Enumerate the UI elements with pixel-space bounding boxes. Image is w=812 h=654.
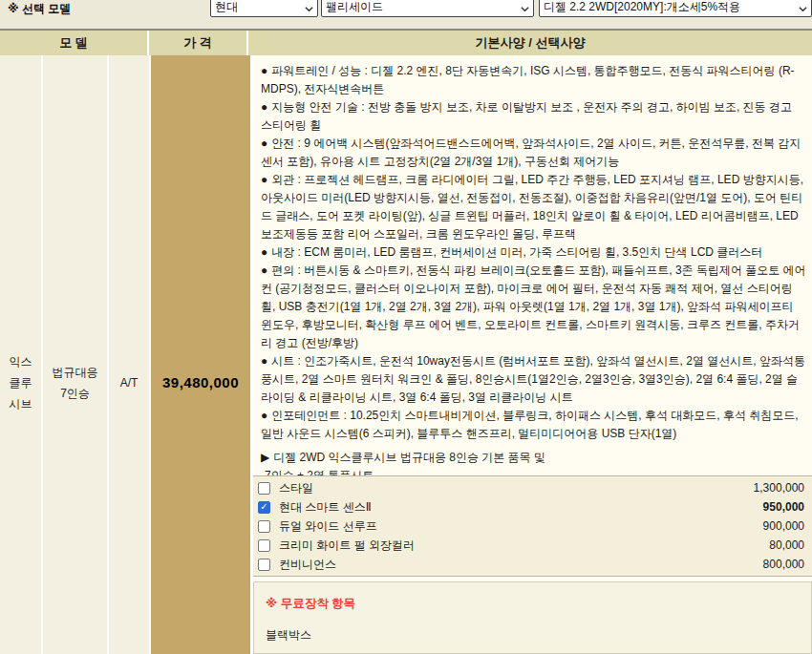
spec-paragraph: ●편의 : 버튼시동 & 스마트키, 전동식 파킹 브레이크(오토홀드 포함),…	[261, 262, 806, 352]
spec-paragraph: ●파워트레인 / 성능 : 디젤 2.2 엔진, 8단 자동변속기, ISG 시…	[261, 62, 806, 98]
bullet-icon: ●	[261, 354, 267, 368]
spec-text: 인포테인먼트 : 10.25인치 스마트내비게이션, 블루링크, 하이패스 시스…	[261, 409, 799, 440]
variant-cell: 법규대응7인승	[43, 55, 107, 654]
option-row[interactable]: ✓ 컨비니언스 800,000	[253, 555, 812, 574]
free-items-box: ※ 무료장착 항목 블랙박스	[253, 581, 812, 654]
spec-text: 7인승 + 2열 통풍시트	[265, 469, 374, 475]
spec-text: 편의 : 버튼시동 & 스마트키, 전동식 파킹 브레이크(오토홀드 포함), …	[261, 264, 806, 349]
check-icon: ✓	[260, 502, 267, 512]
option-row[interactable]: ✓ 듀얼 와이드 선루프 900,000	[253, 517, 812, 536]
bullet-icon: ●	[261, 137, 267, 150]
table-header-row: 모 델 가 격 기본사양 / 선택사양	[0, 29, 812, 55]
transmission-cell: A/T	[109, 55, 149, 654]
option-label: 듀얼 와이드 선루프	[279, 518, 763, 535]
spec-text: 내장 : ECM 룸미러, LED 룸램프, 컨버세이션 미러, 가죽 스티어링…	[271, 245, 762, 259]
model-select-bar: ※ 선택 모델 현대 팰리세이드 디젤 2.2 2WD[2020MY]:개소세5…	[0, 0, 812, 29]
transmission-label: A/T	[120, 376, 139, 390]
model-select[interactable]: 팰리세이드	[321, 0, 534, 17]
spec-text: 안전 : 9 에어백 시스템(앞좌석어드밴스드에어백, 앞좌석사이드, 2열 사…	[261, 137, 801, 168]
model-select-wrap: 팰리세이드	[321, 0, 534, 17]
spec-text: 디젤 2WD 익스클루시브 법규대응 8인승 기본 품목 및	[273, 451, 545, 464]
bullet-icon: ●	[261, 173, 267, 186]
spec-text: 지능형 안전 기술 : 전방 충돌 방지 보조, 차로 이탈방지 보조 , 운전…	[261, 100, 792, 132]
car-configurator-page: ※ 선택 모델 현대 팰리세이드 디젤 2.2 2WD[2020MY]:개소세5…	[0, 0, 812, 654]
free-items-title: ※ 무료장착 항목	[266, 596, 801, 612]
trim-name-cell: 익스클루시브	[0, 55, 41, 654]
header-model: 모 델	[0, 31, 149, 55]
option-label: 스타일	[279, 480, 754, 496]
bullet-icon: ●	[261, 245, 267, 259]
spec-text: 시트 : 인조가죽시트, 운전석 10way전동시트 (럼버서포트 포함), 앞…	[261, 354, 805, 404]
spec-paragraph: ●지능형 안전 기술 : 전방 충돌 방지 보조, 차로 이탈방지 보조 , 운…	[261, 98, 806, 135]
bullet-icon: ●	[261, 264, 267, 277]
header-specs: 기본사양 / 선택사양	[248, 31, 812, 55]
variant-name: 법규대응7인승	[53, 362, 98, 404]
option-price: 80,000	[769, 538, 804, 552]
specs-options-cell: ●파워트레인 / 성능 : 디젤 2.2 엔진, 8단 자동변속기, ISG 시…	[253, 55, 812, 654]
bullet-icon: ●	[261, 100, 267, 114]
option-checkbox[interactable]: ✓	[258, 559, 270, 571]
option-row[interactable]: ✓ 현대 스마트 센스Ⅱ 950,000	[253, 497, 812, 517]
option-price: 1,300,000	[754, 481, 804, 495]
option-row[interactable]: ✓ 크리미 화이트 펄 외장컬러 80,000	[253, 536, 812, 555]
option-price: 950,000	[763, 500, 804, 514]
bullet-icon: ●	[261, 64, 267, 77]
select-model-label: ※ 선택 모델	[8, 1, 71, 17]
spec-paragraph: ●외관 : 프로젝션 헤드램프, 크롬 라디에이터 그릴, LED 주간 주행등…	[261, 171, 806, 243]
bullet-icon: ●	[261, 409, 267, 422]
option-checkbox[interactable]: ✓	[258, 501, 270, 514]
header-price: 가 격	[149, 31, 248, 55]
spec-text: 외관 : 프로젝션 헤드램프, 크롬 라디에이터 그릴, LED 주간 주행등,…	[261, 173, 803, 241]
model-price: 39,480,000	[162, 374, 239, 390]
trim-select-wrap: 디젤 2.2 2WD[2020MY]:개소세5%적용	[539, 0, 812, 17]
trim-select[interactable]: 디젤 2.2 2WD[2020MY]:개소세5%적용	[539, 0, 812, 17]
option-checkbox[interactable]: ✓	[258, 520, 270, 533]
option-price: 800,000	[763, 558, 804, 571]
free-item-label: 블랙박스	[266, 627, 801, 643]
spec-paragraph: ●인포테인먼트 : 10.25인치 스마트내비게이션, 블루링크, 하이패스 시…	[261, 407, 806, 443]
options-list: ✓ 스타일 1,300,000 ✓ 현대 스마트 센스Ⅱ 950,000 ✓ 듀…	[253, 475, 812, 577]
spec-paragraph: ●안전 : 9 에어백 시스템(앞좌석어드밴스드에어백, 앞좌석사이드, 2열 …	[261, 135, 806, 171]
spec-paragraph: ▶디젤 2WD 익스클루시브 법규대응 8인승 기본 품목 및	[261, 449, 806, 467]
base-specs-list: ●파워트레인 / 성능 : 디젤 2.2 엔진, 8단 자동변속기, ISG 시…	[253, 55, 812, 475]
option-label: 컨비니언스	[279, 557, 763, 573]
option-checkbox[interactable]: ✓	[258, 539, 270, 552]
option-checkbox[interactable]: ✓	[258, 482, 270, 495]
table-body-row: 익스클루시브 법규대응7인승 A/T 39,480,000 ●파워트레인 / 성…	[0, 55, 812, 654]
trim-name: 익스클루시브	[10, 351, 32, 414]
brand-select[interactable]: 현대	[210, 0, 318, 17]
option-label: 현대 스마트 센스Ⅱ	[279, 499, 763, 516]
bullet-icon: ▶	[261, 451, 269, 464]
spec-paragraph: ●내장 : ECM 룸미러, LED 룸램프, 컨버세이션 미러, 가죽 스티어…	[261, 243, 806, 262]
spec-paragraph: 7인승 + 2열 통풍시트	[261, 467, 806, 475]
spec-text: 파워트레인 / 성능 : 디젤 2.2 엔진, 8단 자동변속기, ISG 시스…	[261, 64, 795, 95]
brand-select-wrap: 현대	[210, 0, 318, 17]
option-row[interactable]: ✓ 스타일 1,300,000	[253, 478, 812, 497]
price-cell: 39,480,000	[151, 55, 250, 654]
option-price: 900,000	[763, 519, 804, 533]
option-label: 크리미 화이트 펄 외장컬러	[279, 538, 769, 554]
spec-paragraph: ●시트 : 인조가죽시트, 운전석 10way전동시트 (럼버서포트 포함), …	[261, 352, 806, 407]
